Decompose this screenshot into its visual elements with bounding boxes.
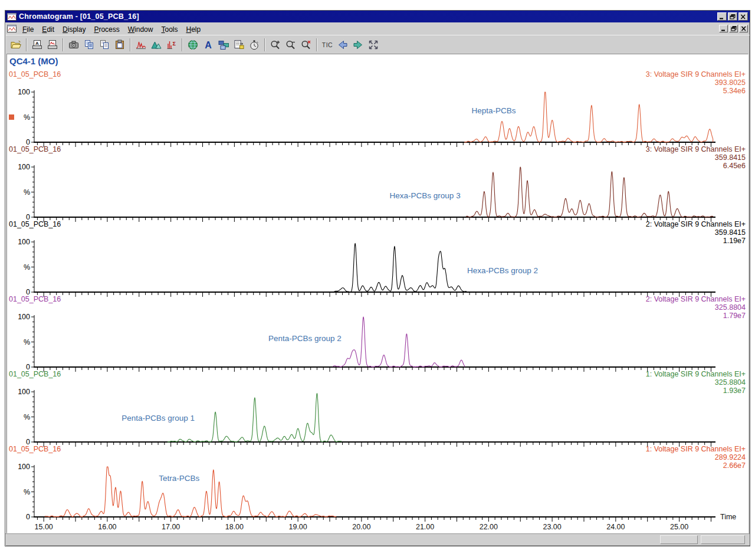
chromatogram-trace-icon — [135, 39, 147, 51]
svg-text:%: % — [24, 263, 30, 271]
zoom-in-button[interactable] — [268, 37, 283, 53]
document-icon[interactable] — [7, 25, 17, 32]
tic-button[interactable]: TIC — [320, 37, 335, 53]
channel-value: 3: Voltage SIR 9 Channels EI+ — [646, 145, 746, 153]
application-window: Chromatogram - [01_05_PCB_16] FileEditDi… — [5, 10, 750, 546]
sum-sigma-icon: Σ — [166, 39, 178, 51]
svg-text:0: 0 — [26, 513, 30, 521]
svg-text:25.00: 25.00 — [670, 523, 688, 531]
print-plot-button[interactable] — [45, 37, 60, 53]
svg-text:22.00: 22.00 — [480, 523, 498, 531]
close-icon — [740, 14, 746, 19]
svg-text:%: % — [24, 188, 30, 197]
channel-value: 3: Voltage SIR 9 Channels EI+ — [646, 70, 746, 78]
menu-tools[interactable]: Tools — [157, 24, 182, 35]
channel-info: 2: Voltage SIR 9 Channels EI+359.84151.1… — [646, 220, 746, 245]
restore-button[interactable] — [728, 12, 737, 21]
svg-text:100: 100 — [18, 163, 30, 171]
stopwatch-button[interactable] — [247, 37, 262, 53]
text-annotate-button[interactable]: A — [201, 37, 216, 53]
restore-icon — [730, 14, 736, 19]
svg-text:100: 100 — [18, 463, 30, 471]
spectrum-peaks-button[interactable] — [149, 37, 164, 53]
process-edit-button[interactable] — [231, 37, 247, 53]
intensity-value: 5.34e6 — [646, 87, 746, 95]
child-close-button[interactable] — [739, 25, 748, 32]
status-segment — [660, 535, 698, 544]
svg-text:Time: Time — [720, 513, 736, 521]
zoom-off-button[interactable] — [298, 37, 314, 53]
svg-text:%: % — [24, 488, 30, 496]
toolbar: AΣATIC — [5, 35, 750, 54]
menu-process[interactable]: Process — [90, 24, 123, 35]
intensity-value: 6.45e6 — [646, 162, 746, 170]
menu-window[interactable]: Window — [124, 24, 157, 35]
menu-edit[interactable]: Edit — [38, 24, 58, 35]
svg-text:16.00: 16.00 — [98, 523, 116, 531]
paste-button[interactable] — [112, 37, 127, 53]
dataset-label: 01_05_PCB_16 — [9, 70, 61, 78]
menu-help[interactable]: Help — [182, 24, 205, 35]
chart-area: QC4-1 (MO) 100%0Hepta-PCBs100%0Hexa-PCBs… — [6, 54, 749, 533]
zoom-out-button[interactable] — [283, 37, 298, 53]
paste-icon — [114, 39, 126, 51]
copy-button[interactable] — [81, 37, 97, 53]
globe-button[interactable] — [185, 37, 201, 53]
dataset-label: 01_05_PCB_16 — [9, 220, 61, 228]
sum-sigma-button[interactable]: Σ — [164, 37, 179, 53]
toolbar-separator — [316, 38, 317, 51]
svg-text:17.00: 17.00 — [162, 523, 180, 531]
intensity-value: 2.66e7 — [646, 461, 746, 470]
title-bar[interactable]: Chromatogram - [01_05_PCB_16] — [5, 11, 750, 22]
svg-text:19.00: 19.00 — [288, 523, 307, 531]
menu-display[interactable]: Display — [58, 24, 90, 35]
print-report-icon: A — [31, 39, 43, 51]
dataset-label: 01_05_PCB_16 — [9, 445, 61, 453]
channel-value: 1: Voltage SIR 9 Channels EI+ — [646, 370, 746, 378]
child-minimize-button[interactable] — [719, 25, 728, 32]
channel-info: 1: Voltage SIR 9 Channels EI+289.92242.6… — [646, 445, 746, 470]
window-tiles-button[interactable] — [216, 37, 231, 53]
window-tiles-icon — [218, 39, 229, 51]
intensity-value: 1.19e7 — [646, 237, 746, 245]
chromatogram-trace-button[interactable] — [133, 37, 149, 53]
open-file-button[interactable] — [8, 37, 24, 53]
print-report-button[interactable]: A — [29, 37, 45, 53]
autoscale-icon — [367, 39, 379, 51]
window-title: Chromatogram - [01_05_PCB_16] — [19, 12, 139, 21]
autoscale-button[interactable] — [366, 37, 381, 53]
status-bar — [5, 533, 750, 545]
mass-value: 325.8804 — [646, 303, 746, 312]
arrow-left-button[interactable] — [335, 37, 350, 53]
mass-value: 359.8415 — [646, 153, 746, 162]
svg-text:100: 100 — [18, 88, 30, 96]
chromatogram-plot[interactable]: 100%0Hepta-PCBs100%0Hexa-PCBs group 3100… — [7, 54, 749, 533]
svg-text:Penta-PCBs group 2: Penta-PCBs group 2 — [268, 334, 342, 343]
svg-text:100: 100 — [18, 238, 30, 246]
svg-text:Hepta-PCBs: Hepta-PCBs — [471, 106, 516, 115]
intensity-value: 1.93e7 — [646, 387, 746, 395]
dataset-label: 01_05_PCB_16 — [9, 370, 61, 378]
spectrum-peaks-icon — [150, 39, 162, 51]
svg-text:A: A — [35, 41, 39, 46]
svg-text:20.00: 20.00 — [352, 523, 370, 531]
mass-value: 359.8415 — [646, 228, 746, 237]
channel-info: 3: Voltage SIR 9 Channels EI+359.84156.4… — [646, 145, 746, 170]
close-button[interactable] — [738, 12, 748, 21]
channel-info: 1: Voltage SIR 9 Channels EI+325.88041.9… — [646, 370, 746, 395]
svg-text:Hexa-PCBs group 3: Hexa-PCBs group 3 — [390, 191, 461, 200]
minimize-icon — [719, 14, 725, 19]
copy-special-button[interactable] — [97, 37, 112, 53]
mass-value: 289.9224 — [646, 453, 746, 461]
svg-text:21.00: 21.00 — [416, 523, 434, 531]
child-restore-button[interactable] — [729, 25, 738, 32]
close-icon — [741, 26, 747, 31]
arrow-right-button[interactable] — [350, 37, 366, 53]
menu-file[interactable]: File — [18, 24, 38, 35]
svg-text:Hexa-PCBs group 2: Hexa-PCBs group 2 — [467, 266, 538, 275]
zoom-in-icon — [270, 39, 281, 51]
minimize-button[interactable] — [717, 12, 727, 21]
copy-image-button[interactable] — [66, 37, 81, 53]
mass-value: 325.8804 — [646, 378, 746, 387]
svg-text:15.00: 15.00 — [35, 523, 53, 531]
